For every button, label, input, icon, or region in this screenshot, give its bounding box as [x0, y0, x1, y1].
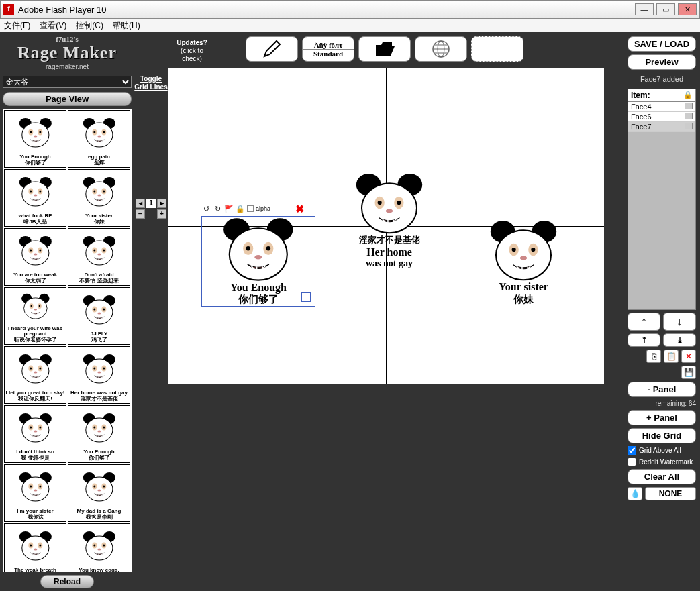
clear-all-button[interactable]: Clear All — [628, 469, 696, 484]
svg-point-82 — [21, 418, 48, 442]
resize-handle[interactable] — [301, 292, 311, 302]
reload-button[interactable]: Reload — [40, 575, 94, 588]
flip-icon[interactable]: 🚩 — [224, 204, 234, 213]
thumbnail-item[interactable]: JJ FLY鸡飞了 — [68, 287, 130, 345]
menu-help[interactable]: 帮助(H) — [113, 19, 140, 32]
move-top-button[interactable]: ⤒ — [628, 333, 660, 347]
svg-point-147 — [397, 201, 401, 205]
svg-point-70 — [39, 367, 41, 369]
category-select[interactable]: 金大爷 — [3, 76, 132, 88]
canvas-face-item[interactable]: 淫家才不是基佬Her homewas not gay — [336, 172, 443, 268]
thumbnail-item[interactable]: I let you great turn sky!我让你反翻天! — [4, 346, 66, 404]
selection-tool[interactable] — [471, 36, 523, 62]
grid-above-checkbox[interactable] — [628, 446, 636, 455]
hide-grid-button[interactable]: Hide Grid — [628, 428, 696, 443]
svg-point-58 — [85, 300, 112, 324]
paste-icon[interactable]: 📋 — [664, 350, 679, 363]
thumbnail-item[interactable]: You are too weak你太弱了 — [4, 228, 66, 286]
svg-point-39 — [34, 253, 37, 255]
updates-link[interactable]: Updates? (click to check) — [172, 36, 212, 62]
next-page-icon[interactable]: ▸ — [157, 199, 166, 208]
copy-icon[interactable]: ⎘ — [646, 350, 661, 363]
thumbnail-item[interactable]: The weak breath这一股弱者的气息 — [4, 523, 66, 572]
svg-point-122 — [85, 536, 112, 560]
right-sidebar: SAVE / LOAD Preview Face7 added Item: 🔒 … — [626, 32, 700, 591]
svg-point-148 — [386, 209, 393, 213]
eyedropper-icon[interactable]: 💧 — [628, 487, 642, 500]
menu-file[interactable]: 文件(F) — [4, 19, 30, 32]
svg-point-13 — [93, 131, 95, 133]
alpha-box[interactable] — [247, 205, 254, 212]
thumbnail-item[interactable]: I don't think so我 觉得也是 — [4, 405, 66, 463]
lock-icon[interactable]: 🔒 — [683, 91, 693, 100]
save-icon[interactable]: 💾 — [681, 366, 696, 379]
move-down-button[interactable]: ↓ — [663, 313, 696, 331]
thumbnail-item[interactable]: what fuck RP啥JB人品 — [4, 169, 66, 227]
menu-view[interactable]: 查看(V) — [40, 19, 66, 32]
thumbnail-item[interactable]: I heard your wife was pregnant听说你老婆怀孕了 — [4, 287, 66, 345]
svg-point-146 — [378, 201, 382, 205]
thumbnail-item[interactable]: Don't afraid不要怕 坚强起来 — [68, 228, 130, 286]
svg-point-54 — [38, 305, 40, 307]
svg-point-22 — [39, 190, 41, 192]
svg-point-119 — [34, 548, 37, 550]
svg-point-79 — [97, 371, 101, 373]
left-sidebar: f7u12's Rage Maker ragemaker.net 金大爷 Pag… — [0, 32, 134, 591]
svg-point-110 — [103, 485, 105, 487]
minus-panel-button[interactable]: - Panel — [628, 382, 696, 397]
thumbnail-item[interactable]: You know eggs.你懂个锤 — [68, 523, 130, 572]
thumbnail-item[interactable]: egg pain蛋疼 — [68, 110, 130, 168]
maximize-button[interactable]: ▭ — [656, 3, 675, 15]
canvas-face-item[interactable]: Your sister你妹 — [470, 219, 577, 306]
pencil-tool[interactable] — [246, 36, 298, 62]
thumbnail-item[interactable]: You Enough你们够了 — [68, 405, 130, 463]
color-none-button[interactable]: NONE — [645, 487, 696, 500]
category-dropdown[interactable]: 金大爷 — [3, 76, 132, 88]
rotate-left-icon[interactable]: ↺ — [201, 204, 211, 213]
move-bottom-button[interactable]: ⤓ — [663, 333, 696, 347]
delete-icon[interactable]: ✕ — [681, 350, 696, 363]
svg-point-29 — [93, 190, 95, 192]
menu-control[interactable]: 控制(C) — [76, 19, 103, 32]
svg-point-69 — [30, 367, 32, 369]
minimize-button[interactable]: — — [635, 3, 654, 15]
page-view-button[interactable]: Page View — [3, 92, 132, 106]
reddit-watermark-checkbox[interactable] — [628, 458, 636, 466]
svg-point-114 — [21, 536, 48, 560]
lock-icon[interactable]: 🔒 — [236, 204, 245, 213]
thumbnail-item[interactable]: My dad is a Gang我爸是李刚 — [68, 464, 130, 522]
item-list-row[interactable]: Face7 — [628, 122, 695, 132]
page-number: 1 — [146, 199, 156, 208]
close-button[interactable]: ✕ — [678, 3, 697, 15]
svg-point-93 — [93, 426, 95, 428]
canvas[interactable]: You Enough你们够了 ↺ ↻ 🚩 🔒 alpha ✖ 淫家才不是基佬He… — [168, 68, 604, 384]
item-list-row[interactable]: Face4 — [628, 102, 695, 112]
font-tool[interactable]: Äñÿ fôлτ Standard — [302, 36, 354, 62]
alpha-label: alpha — [256, 205, 270, 212]
open-file-tool[interactable] — [358, 36, 411, 62]
prev-page-icon[interactable]: ◂ — [136, 199, 145, 208]
thumbnail-item[interactable]: Her home was not gay淫家才不是基佬 — [68, 346, 130, 404]
thumbnail-item[interactable]: You Enough你们够了 — [4, 110, 66, 168]
thumbnail-item[interactable]: I'm your sister我你法 — [4, 464, 66, 522]
item-list-row[interactable]: Face6 — [628, 112, 695, 122]
svg-point-7 — [34, 135, 37, 137]
item-header-label: Item: — [631, 91, 650, 100]
thumbnail-item[interactable]: Your sister你妹 — [68, 169, 130, 227]
svg-point-86 — [39, 426, 41, 428]
menubar: 文件(F) 查看(V) 控制(C) 帮助(H) — [0, 19, 700, 32]
plus-icon[interactable]: + — [157, 209, 166, 219]
grid-above-label: Grid Above All — [639, 447, 681, 454]
save-load-button[interactable]: SAVE / LOAD — [628, 36, 696, 52]
move-up-button[interactable]: ↑ — [628, 313, 660, 331]
canvas-face-item[interactable]: You Enough你们够了 — [201, 216, 315, 307]
minus-icon[interactable]: − — [136, 209, 145, 219]
plus-panel-button[interactable]: + Panel — [628, 410, 696, 425]
preview-button[interactable]: Preview — [628, 54, 696, 70]
globe-tool[interactable] — [415, 36, 467, 62]
delete-item-icon[interactable]: ✖ — [295, 204, 304, 213]
svg-point-42 — [85, 241, 112, 265]
toggle-grid-lines[interactable]: Toggle Grid Lines — [134, 75, 168, 91]
rotate-right-icon[interactable]: ↻ — [213, 204, 222, 213]
top-toolbar: Updates? (click to check) Äñÿ fôлτ Stand… — [168, 32, 626, 66]
